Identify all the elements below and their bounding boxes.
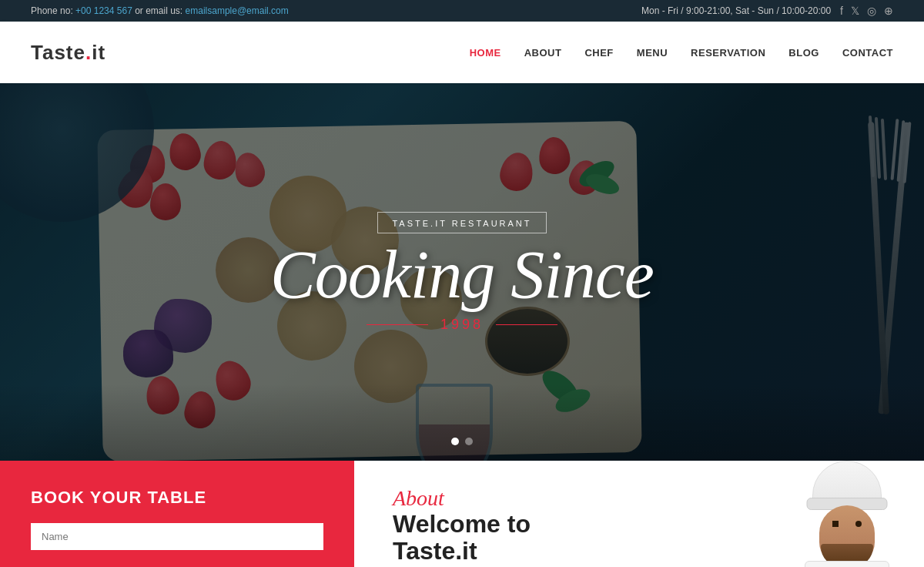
- instagram-icon[interactable]: ◎: [867, 5, 876, 17]
- chef-image-area: [770, 461, 924, 567]
- nav-chef[interactable]: CHEF: [584, 47, 613, 59]
- hero-title: Cooking Since: [270, 241, 654, 309]
- chef-figure: [778, 461, 916, 567]
- name-input[interactable]: [31, 523, 323, 550]
- email-label: or email us:: [135, 5, 182, 16]
- logo-dot: .: [85, 41, 92, 64]
- hours-text: Mon - Fri / 9:00-21:00, Sat - Sun / 10:0…: [641, 5, 831, 16]
- top-bar-right: Mon - Fri / 9:00-21:00, Sat - Sun / 10:0…: [641, 5, 893, 17]
- year-line-right: [496, 324, 557, 325]
- chef-uniform: [805, 561, 889, 567]
- phone-label: Phone no:: [31, 5, 73, 16]
- top-bar: Phone no: +00 1234 567 or email us: emai…: [0, 0, 924, 22]
- about-section: About Welcome to Taste.it: [354, 461, 924, 567]
- logo[interactable]: Taste.it: [31, 41, 105, 65]
- chef-eye-left: [832, 521, 839, 527]
- nav-blog[interactable]: BLOG: [788, 47, 819, 59]
- hero-subtitle: TASTE.IT RESTAURANT: [392, 219, 531, 228]
- book-table-form: [31, 523, 323, 558]
- about-title-line2: Taste.it: [393, 537, 477, 565]
- twitter-icon[interactable]: 𝕏: [851, 5, 859, 17]
- nav-reservation[interactable]: RESERVATION: [691, 47, 765, 59]
- dot-2[interactable]: [465, 438, 473, 445]
- nav-home[interactable]: HOME: [470, 47, 501, 59]
- about-title-line1: Welcome to: [393, 510, 531, 538]
- social-icons: f 𝕏 ◎ ⊕: [840, 5, 893, 17]
- email-address[interactable]: emailsample@email.com: [186, 5, 289, 16]
- nav-about[interactable]: ABOUT: [524, 47, 562, 59]
- pinterest-icon[interactable]: ⊕: [884, 5, 893, 17]
- phone-number[interactable]: +00 1234 567: [75, 5, 132, 16]
- chef-hat-top: [812, 461, 882, 503]
- hero-section: TASTE.IT RESTAURANT Cooking Since 1998: [0, 83, 924, 461]
- nav-menu[interactable]: MENU: [637, 47, 668, 59]
- nav-links: HOME ABOUT CHEF MENU RESERVATION BLOG CO…: [470, 47, 893, 59]
- year-line-left: [367, 324, 428, 325]
- facebook-icon[interactable]: f: [840, 5, 843, 17]
- contact-info: Phone no: +00 1234 567 or email us: emai…: [31, 5, 289, 16]
- navbar: Taste.it HOME ABOUT CHEF MENU RESERVATIO…: [0, 22, 924, 83]
- chef-eye-right: [855, 521, 862, 527]
- hero-year: 1998: [440, 317, 484, 333]
- nav-contact[interactable]: CONTACT: [842, 47, 893, 59]
- chef-eyes-row: [828, 521, 866, 530]
- book-table-panel: BOOK YOUR TABLE: [0, 461, 354, 567]
- logo-suffix: it: [92, 41, 105, 64]
- book-table-title: BOOK YOUR TABLE: [31, 488, 323, 508]
- hero-dots: [451, 438, 473, 445]
- hero-content: TASTE.IT RESTAURANT Cooking Since 1998: [0, 83, 924, 461]
- bottom-section: BOOK YOUR TABLE About Welcome to Taste.i…: [0, 461, 924, 567]
- logo-text: Taste: [31, 41, 85, 64]
- hero-year-line: 1998: [367, 317, 557, 333]
- dot-1[interactable]: [451, 438, 459, 445]
- hero-subtitle-box: TASTE.IT RESTAURANT: [377, 212, 546, 233]
